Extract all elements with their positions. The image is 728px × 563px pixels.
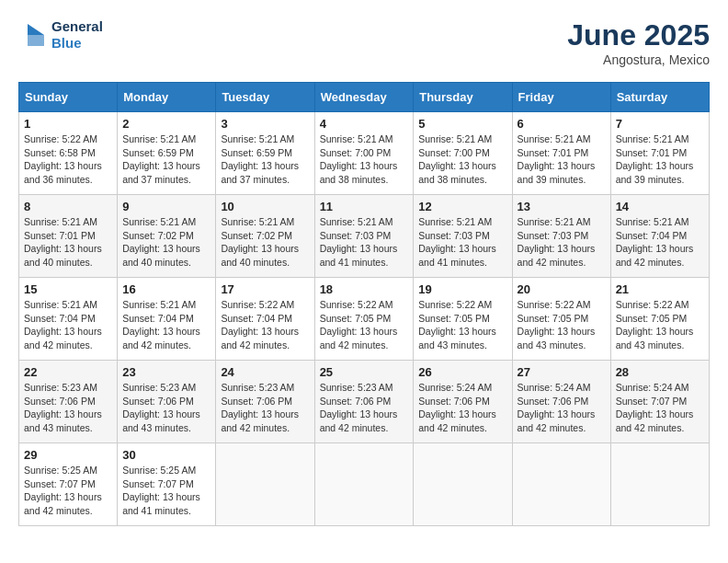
calendar-week-row: 29 Sunrise: 5:25 AMSunset: 7:07 PMDaylig…: [19, 443, 710, 526]
day-info: Sunrise: 5:24 AMSunset: 7:06 PMDaylight:…: [518, 382, 596, 433]
day-cell: 26 Sunrise: 5:24 AMSunset: 7:06 PMDaylig…: [414, 361, 512, 443]
day-info: Sunrise: 5:22 AMSunset: 7:05 PMDaylight:…: [518, 299, 596, 350]
day-number: 1: [24, 117, 112, 131]
day-number: 9: [122, 200, 210, 213]
day-cell: 21 Sunrise: 5:22 AMSunset: 7:05 PMDaylig…: [610, 278, 709, 361]
day-info: Sunrise: 5:21 AMSunset: 7:01 PMDaylight:…: [518, 133, 596, 185]
month-title: June 2025: [567, 18, 710, 52]
day-cell: 4 Sunrise: 5:21 AMSunset: 7:00 PMDayligh…: [314, 112, 414, 195]
calendar-table: SundayMondayTuesdayWednesdayThursdayFrid…: [18, 82, 710, 526]
day-info: Sunrise: 5:23 AMSunset: 7:06 PMDaylight:…: [24, 382, 102, 433]
weekday-header: Friday: [512, 83, 610, 112]
day-info: Sunrise: 5:21 AMSunset: 7:03 PMDaylight:…: [418, 216, 496, 268]
day-cell: 24 Sunrise: 5:23 AMSunset: 7:06 PMDaylig…: [216, 361, 314, 443]
day-info: Sunrise: 5:21 AMSunset: 7:00 PMDaylight:…: [418, 133, 496, 185]
day-cell: 23 Sunrise: 5:23 AMSunset: 7:06 PMDaylig…: [118, 361, 216, 443]
title-block: June 2025 Angostura, Mexico: [567, 18, 710, 67]
day-info: Sunrise: 5:21 AMSunset: 7:04 PMDaylight:…: [24, 299, 102, 350]
day-cell: 9 Sunrise: 5:21 AMSunset: 7:02 PMDayligh…: [118, 195, 216, 278]
day-number: 18: [320, 282, 409, 296]
day-info: Sunrise: 5:22 AMSunset: 7:05 PMDaylight:…: [616, 299, 694, 350]
day-cell: 11 Sunrise: 5:21 AMSunset: 7:03 PMDaylig…: [314, 195, 414, 278]
day-cell: 1 Sunrise: 5:22 AMSunset: 6:58 PMDayligh…: [19, 112, 118, 195]
day-cell: 20 Sunrise: 5:22 AMSunset: 7:05 PMDaylig…: [512, 278, 610, 361]
empty-day-cell: [512, 443, 610, 526]
calendar-week-row: 1 Sunrise: 5:22 AMSunset: 6:58 PMDayligh…: [19, 112, 710, 195]
empty-day-cell: [414, 443, 512, 526]
day-number: 4: [320, 117, 409, 131]
day-number: 13: [518, 200, 606, 213]
day-info: Sunrise: 5:21 AMSunset: 7:04 PMDaylight:…: [122, 299, 200, 350]
day-info: Sunrise: 5:25 AMSunset: 7:07 PMDaylight:…: [24, 465, 102, 516]
day-info: Sunrise: 5:21 AMSunset: 7:03 PMDaylight:…: [518, 216, 596, 268]
day-cell: 15 Sunrise: 5:21 AMSunset: 7:04 PMDaylig…: [19, 278, 118, 361]
logo-general: General: [51, 18, 103, 35]
day-number: 27: [518, 365, 606, 379]
weekday-header: Saturday: [610, 83, 709, 112]
day-number: 10: [221, 200, 309, 213]
logo-blue: Blue: [51, 35, 103, 52]
weekday-header: Monday: [118, 83, 216, 112]
weekday-header: Thursday: [414, 83, 512, 112]
empty-day-cell: [314, 443, 414, 526]
day-cell: 14 Sunrise: 5:21 AMSunset: 7:04 PMDaylig…: [610, 195, 709, 278]
day-info: Sunrise: 5:25 AMSunset: 7:07 PMDaylight:…: [122, 465, 200, 516]
day-number: 16: [122, 282, 210, 296]
day-number: 11: [320, 200, 409, 213]
day-cell: 3 Sunrise: 5:21 AMSunset: 6:59 PMDayligh…: [216, 112, 314, 195]
page-header: General Blue June 2025 Angostura, Mexico: [18, 18, 710, 67]
day-number: 7: [616, 117, 704, 131]
day-info: Sunrise: 5:22 AMSunset: 7:04 PMDaylight:…: [221, 299, 299, 350]
day-number: 2: [122, 117, 210, 131]
day-info: Sunrise: 5:21 AMSunset: 7:00 PMDaylight:…: [320, 133, 398, 185]
day-info: Sunrise: 5:21 AMSunset: 7:03 PMDaylight:…: [320, 216, 398, 268]
day-number: 6: [518, 117, 606, 131]
svg-marker-1: [28, 35, 44, 46]
day-info: Sunrise: 5:22 AMSunset: 6:58 PMDaylight:…: [24, 133, 102, 185]
day-number: 23: [122, 365, 210, 379]
day-cell: 18 Sunrise: 5:22 AMSunset: 7:05 PMDaylig…: [314, 278, 414, 361]
day-cell: 28 Sunrise: 5:24 AMSunset: 7:07 PMDaylig…: [610, 361, 709, 443]
day-number: 5: [418, 117, 506, 131]
logo-text-block: General Blue: [51, 18, 103, 52]
day-cell: 25 Sunrise: 5:23 AMSunset: 7:06 PMDaylig…: [314, 361, 414, 443]
day-cell: 8 Sunrise: 5:21 AMSunset: 7:01 PMDayligh…: [19, 195, 118, 278]
day-info: Sunrise: 5:22 AMSunset: 7:05 PMDaylight:…: [418, 299, 496, 350]
day-info: Sunrise: 5:21 AMSunset: 6:59 PMDaylight:…: [122, 133, 200, 185]
day-cell: 27 Sunrise: 5:24 AMSunset: 7:06 PMDaylig…: [512, 361, 610, 443]
day-info: Sunrise: 5:23 AMSunset: 7:06 PMDaylight:…: [221, 382, 299, 433]
day-cell: 22 Sunrise: 5:23 AMSunset: 7:06 PMDaylig…: [19, 361, 118, 443]
day-number: 14: [616, 200, 704, 213]
day-cell: 6 Sunrise: 5:21 AMSunset: 7:01 PMDayligh…: [512, 112, 610, 195]
day-number: 19: [418, 282, 506, 296]
day-info: Sunrise: 5:24 AMSunset: 7:07 PMDaylight:…: [616, 382, 694, 433]
day-number: 25: [320, 365, 409, 379]
day-cell: 17 Sunrise: 5:22 AMSunset: 7:04 PMDaylig…: [216, 278, 314, 361]
weekday-header-row: SundayMondayTuesdayWednesdayThursdayFrid…: [19, 83, 710, 112]
day-number: 29: [24, 448, 112, 462]
svg-marker-0: [28, 24, 44, 35]
day-cell: 30 Sunrise: 5:25 AMSunset: 7:07 PMDaylig…: [118, 443, 216, 526]
day-cell: 16 Sunrise: 5:21 AMSunset: 7:04 PMDaylig…: [118, 278, 216, 361]
day-info: Sunrise: 5:24 AMSunset: 7:06 PMDaylight:…: [418, 382, 496, 433]
day-cell: 2 Sunrise: 5:21 AMSunset: 6:59 PMDayligh…: [118, 112, 216, 195]
calendar-week-row: 15 Sunrise: 5:21 AMSunset: 7:04 PMDaylig…: [19, 278, 710, 361]
day-info: Sunrise: 5:23 AMSunset: 7:06 PMDaylight:…: [122, 382, 200, 433]
calendar-week-row: 8 Sunrise: 5:21 AMSunset: 7:01 PMDayligh…: [19, 195, 710, 278]
weekday-header: Tuesday: [216, 83, 314, 112]
day-cell: 10 Sunrise: 5:21 AMSunset: 7:02 PMDaylig…: [216, 195, 314, 278]
day-info: Sunrise: 5:21 AMSunset: 7:01 PMDaylight:…: [616, 133, 694, 185]
logo: General Blue: [18, 18, 103, 52]
day-number: 17: [221, 282, 309, 296]
day-info: Sunrise: 5:21 AMSunset: 7:01 PMDaylight:…: [24, 216, 102, 268]
day-info: Sunrise: 5:22 AMSunset: 7:05 PMDaylight:…: [320, 299, 398, 350]
day-number: 24: [221, 365, 309, 379]
weekday-header: Sunday: [19, 83, 118, 112]
day-number: 21: [616, 282, 704, 296]
day-number: 26: [418, 365, 506, 379]
day-cell: 5 Sunrise: 5:21 AMSunset: 7:00 PMDayligh…: [414, 112, 512, 195]
day-cell: 7 Sunrise: 5:21 AMSunset: 7:01 PMDayligh…: [610, 112, 709, 195]
day-info: Sunrise: 5:21 AMSunset: 7:02 PMDaylight:…: [221, 216, 299, 268]
day-cell: 29 Sunrise: 5:25 AMSunset: 7:07 PMDaylig…: [19, 443, 118, 526]
day-info: Sunrise: 5:21 AMSunset: 6:59 PMDaylight:…: [221, 133, 299, 185]
